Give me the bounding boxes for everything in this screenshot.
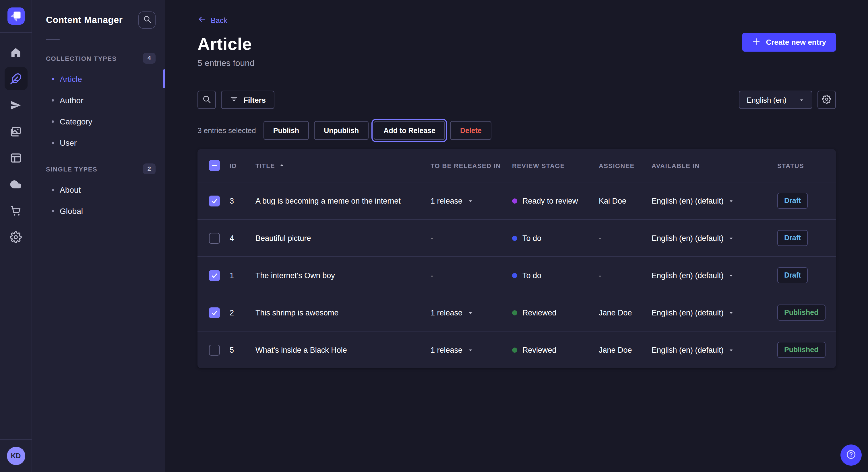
avatar[interactable]: KD: [7, 447, 25, 465]
table-row[interactable]: 4 Beautiful picture - To do - English (e…: [197, 219, 836, 256]
app-window: KD Content Manager COLLECTION TYPES 4 Ar…: [0, 0, 868, 472]
row-checkbox[interactable]: [209, 344, 220, 355]
sidebar-item-label: About: [60, 185, 81, 194]
search-icon: [143, 15, 151, 25]
row-review-stage: To do: [512, 234, 599, 242]
sidebar-section: COLLECTION TYPES 4 Article Author Catego…: [32, 48, 165, 153]
logo-container: [0, 0, 32, 33]
sidebar-item-user[interactable]: User: [32, 132, 165, 153]
column-header-status: STATUS: [777, 162, 828, 169]
row-review-stage: Reviewed: [512, 308, 599, 317]
section-count-badge: 4: [143, 53, 156, 64]
row-release-dropdown[interactable]: 1 release: [431, 308, 512, 317]
bullet-icon: [52, 120, 54, 123]
row-locale-dropdown[interactable]: English (en) (default): [652, 196, 777, 205]
delete-button[interactable]: Delete: [451, 121, 491, 140]
row-checkbox[interactable]: [209, 307, 220, 318]
sidebar-item-label: Article: [60, 74, 82, 83]
icon-sidebar: KD: [0, 0, 32, 472]
sidebar-search-button[interactable]: [138, 11, 156, 29]
entries-table: ID TITLE TO BE RELEASED IN REVIEW STAGE …: [197, 149, 836, 368]
table-row[interactable]: 1 The internet's Own boy - To do - Engli…: [197, 256, 836, 294]
bullet-icon: [52, 210, 54, 212]
row-locale-dropdown[interactable]: English (en) (default): [652, 345, 777, 354]
row-title: The internet's Own boy: [255, 271, 431, 279]
row-assignee: -: [599, 271, 652, 279]
question-icon: [846, 449, 857, 461]
section-label: COLLECTION TYPES: [46, 55, 117, 62]
caret-down-icon: [799, 97, 804, 102]
nav-gear-icon[interactable]: [4, 225, 27, 248]
column-header-assignee: ASSIGNEE: [599, 162, 652, 169]
select-all-checkbox[interactable]: [209, 160, 220, 171]
row-title: What's inside a Black Hole: [255, 345, 431, 354]
column-header-title[interactable]: TITLE: [255, 162, 431, 169]
status-badge: Draft: [777, 193, 808, 209]
row-id: 3: [229, 196, 255, 205]
nav-panel-icon[interactable]: [4, 146, 27, 169]
entries-count: 5 entries found: [197, 58, 836, 68]
row-locale-dropdown[interactable]: English (en) (default): [652, 271, 777, 279]
nav-paper-plane-icon[interactable]: [4, 94, 27, 116]
sidebar-title: Content Manager: [46, 15, 123, 25]
row-checkbox[interactable]: [209, 233, 220, 243]
create-new-entry-button[interactable]: Create new entry: [742, 33, 836, 52]
nav-images-icon[interactable]: [4, 120, 27, 143]
sidebar-item-label: Author: [60, 96, 84, 105]
row-checkbox[interactable]: [209, 195, 220, 206]
sidebar-item-global[interactable]: Global: [32, 200, 165, 222]
column-header-id[interactable]: ID: [229, 162, 255, 169]
stage-dot-icon: [512, 310, 517, 315]
row-release-dropdown[interactable]: 1 release: [431, 345, 512, 354]
nav-home-icon[interactable]: [4, 41, 27, 64]
main-nav: [4, 41, 27, 248]
row-assignee: Kai Doe: [599, 196, 652, 205]
sidebar-item-author[interactable]: Author: [32, 90, 165, 111]
table-row[interactable]: 3 A bug is becoming a meme on the intern…: [197, 182, 836, 219]
nav-feather-icon[interactable]: [4, 67, 27, 90]
nav-cart-icon[interactable]: [4, 199, 27, 222]
row-title: A bug is becoming a meme on the internet: [255, 196, 431, 205]
add-to-release-button[interactable]: Add to Release: [374, 121, 445, 140]
filters-button[interactable]: Filters: [221, 91, 274, 109]
caret-down-icon: [729, 273, 734, 278]
row-release-dropdown[interactable]: 1 release: [431, 196, 512, 205]
plus-icon: [752, 37, 761, 47]
stage-dot-icon: [512, 347, 517, 352]
sidebar-item-article[interactable]: Article: [32, 68, 165, 90]
row-locale-dropdown[interactable]: English (en) (default): [652, 308, 777, 317]
divider: [46, 39, 60, 40]
help-button[interactable]: [840, 444, 862, 466]
caret-down-icon: [468, 310, 473, 315]
unpublish-button[interactable]: Unpublish: [314, 121, 369, 140]
status-badge: Draft: [777, 267, 808, 283]
strapi-logo-icon[interactable]: [7, 7, 24, 25]
column-header-released-in: TO BE RELEASED IN: [431, 162, 512, 169]
publish-button[interactable]: Publish: [264, 121, 309, 140]
status-badge: Published: [777, 305, 825, 321]
sidebar-item-label: Category: [60, 117, 92, 126]
row-locale-dropdown[interactable]: English (en) (default): [652, 234, 777, 242]
main-content: Back Article 5 entries found Create new …: [165, 0, 868, 472]
locale-select[interactable]: English (en): [739, 91, 812, 109]
row-id: 2: [229, 308, 255, 317]
nav-cloud-icon[interactable]: [4, 173, 27, 196]
back-link[interactable]: Back: [197, 15, 227, 25]
row-release-dropdown[interactable]: -: [431, 271, 512, 279]
stage-dot-icon: [512, 198, 517, 203]
sidebar-item-about[interactable]: About: [32, 179, 165, 200]
sidebar-item-category[interactable]: Category: [32, 111, 165, 132]
status-badge: Published: [777, 342, 825, 358]
row-release-dropdown[interactable]: -: [431, 234, 512, 242]
row-title: Beautiful picture: [255, 234, 431, 242]
row-checkbox[interactable]: [209, 270, 220, 281]
row-assignee: Jane Doe: [599, 308, 652, 317]
view-settings-button[interactable]: [817, 91, 836, 109]
caret-down-icon: [729, 198, 734, 203]
arrow-left-icon: [197, 15, 206, 25]
row-id: 5: [229, 345, 255, 354]
search-button[interactable]: [197, 91, 216, 109]
caret-down-icon: [468, 198, 473, 203]
table-row[interactable]: 2 This shrimp is awesome 1 release Revie…: [197, 294, 836, 331]
table-row[interactable]: 5 What's inside a Black Hole 1 release R…: [197, 331, 836, 368]
